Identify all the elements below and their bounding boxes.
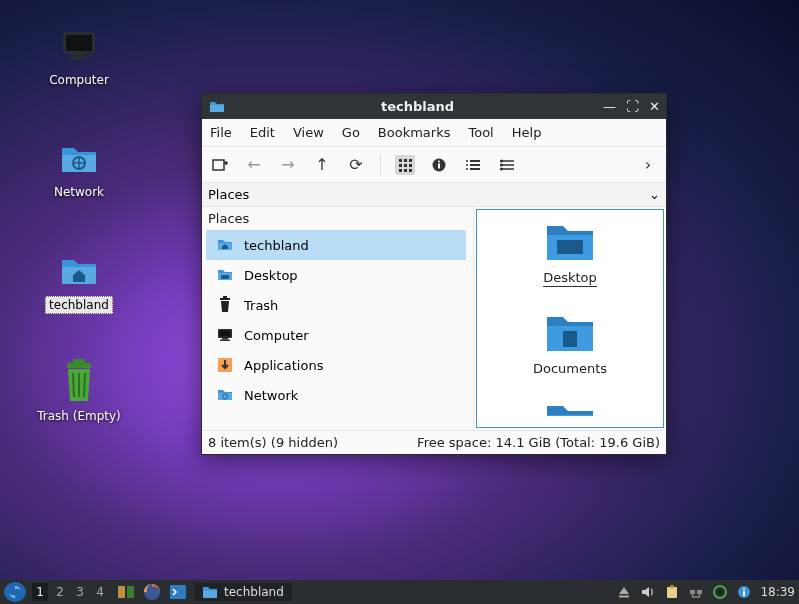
svg-point-72: [718, 590, 723, 595]
desktop-icon-computer[interactable]: Computer: [33, 26, 125, 88]
desktop-icon-label: Network: [51, 184, 107, 200]
svg-rect-53: [557, 240, 583, 254]
sidebar-item-trash[interactable]: Trash: [206, 290, 466, 320]
icon-view-button[interactable]: [395, 155, 415, 175]
svg-line-11: [84, 373, 85, 397]
svg-rect-17: [404, 159, 407, 162]
menu-help[interactable]: Help: [512, 125, 542, 140]
svg-point-26: [438, 160, 440, 162]
close-button[interactable]: ✕: [649, 99, 660, 114]
svg-rect-21: [409, 164, 412, 167]
compact-view-button[interactable]: [497, 155, 517, 175]
folder-icon: [208, 98, 226, 116]
new-tab-button[interactable]: [210, 155, 230, 175]
eject-icon[interactable]: [616, 584, 632, 600]
svg-point-74: [743, 588, 745, 590]
taskbar-task[interactable]: techbland: [194, 583, 292, 601]
svg-rect-65: [670, 585, 674, 588]
clock[interactable]: 18:39: [760, 585, 795, 599]
chevron-down-icon[interactable]: ⌄: [649, 187, 660, 202]
svg-rect-43: [220, 298, 230, 300]
svg-rect-56: [547, 415, 593, 416]
sidebar-item-desktop[interactable]: Desktop: [206, 260, 466, 290]
svg-rect-22: [399, 169, 402, 172]
svg-rect-48: [220, 340, 230, 342]
svg-rect-24: [409, 169, 412, 172]
sidebar-section-label: Places: [202, 207, 473, 230]
reload-button[interactable]: ⟳: [346, 155, 366, 175]
menu-edit[interactable]: Edit: [250, 125, 275, 140]
svg-rect-47: [222, 338, 228, 340]
folder-home-icon: [216, 236, 234, 254]
svg-rect-1: [66, 35, 92, 51]
titlebar[interactable]: techbland — ⛶ ✕: [202, 94, 666, 119]
svg-rect-18: [409, 159, 412, 162]
sidebar-item-computer[interactable]: Computer: [206, 320, 466, 350]
folder-item-documents[interactable]: Documents: [533, 311, 607, 376]
folder-item-desktop[interactable]: Desktop: [543, 220, 597, 287]
taskbar: 1 2 3 4 techbland 18:39: [0, 580, 799, 604]
clipboard-icon[interactable]: [664, 584, 680, 600]
network-tray-icon[interactable]: [688, 584, 704, 600]
up-button[interactable]: ↑: [312, 155, 332, 175]
volume-icon[interactable]: [640, 584, 656, 600]
sidebar-item-home[interactable]: techbland: [206, 230, 466, 260]
svg-line-9: [73, 373, 74, 397]
workspace-1[interactable]: 1: [32, 583, 48, 601]
menu-go[interactable]: Go: [342, 125, 360, 140]
list-view-button[interactable]: [463, 155, 483, 175]
sidebar-item-applications[interactable]: Applications: [206, 350, 466, 380]
info-button[interactable]: [429, 155, 449, 175]
svg-point-38: [500, 163, 503, 166]
trash-icon: [216, 296, 234, 314]
menu-bookmarks[interactable]: Bookmarks: [378, 125, 451, 140]
folder-icon: [543, 400, 597, 416]
svg-rect-59: [127, 586, 134, 598]
workspace-2[interactable]: 2: [52, 583, 68, 601]
menubar: File Edit View Go Bookmarks Tool Help: [202, 119, 666, 147]
menu-view[interactable]: View: [293, 125, 324, 140]
svg-rect-62: [203, 591, 217, 599]
svg-rect-46: [220, 331, 231, 337]
folder-item-partial[interactable]: [543, 400, 597, 416]
window-title: techbland: [232, 99, 603, 114]
info-tray-icon[interactable]: [736, 584, 752, 600]
minimize-button[interactable]: —: [603, 99, 616, 114]
power-icon[interactable]: [712, 584, 728, 600]
firefox-shortcut[interactable]: [142, 582, 162, 602]
svg-rect-23: [404, 169, 407, 172]
sidebar-item-network[interactable]: Network: [206, 380, 466, 410]
sidebar-item-label: Desktop: [244, 268, 298, 283]
statusbar: 8 item(s) (9 hidden) Free space: 14.1 Gi…: [202, 430, 666, 454]
back-button[interactable]: ←: [244, 155, 264, 175]
sidebar-item-label: Network: [244, 388, 298, 403]
svg-rect-27: [438, 163, 440, 168]
forward-button[interactable]: →: [278, 155, 298, 175]
svg-point-31: [466, 160, 468, 162]
folder-view[interactable]: Desktop Documents: [476, 209, 664, 428]
desktop-icon-label: Computer: [46, 72, 112, 88]
desktop-icon-home[interactable]: techbland: [33, 250, 125, 314]
svg-rect-63: [619, 596, 629, 598]
svg-rect-55: [563, 331, 577, 347]
svg-rect-66: [690, 590, 695, 594]
system-tray: [616, 584, 752, 600]
desktop-icon-network[interactable]: Network: [33, 138, 125, 200]
svg-rect-13: [213, 160, 224, 170]
files-shortcut[interactable]: [116, 582, 136, 602]
folder-desktop-icon: [543, 220, 597, 264]
workspace-3[interactable]: 3: [72, 583, 88, 601]
monitor-icon: [216, 326, 234, 344]
svg-rect-75: [743, 591, 745, 596]
maximize-button[interactable]: ⛶: [626, 99, 639, 114]
terminal-shortcut[interactable]: [168, 582, 188, 602]
workspace-4[interactable]: 4: [92, 583, 108, 601]
sidebar-item-label: Computer: [244, 328, 309, 343]
desktop-icon-trash[interactable]: Trash (Empty): [33, 362, 125, 424]
menu-tool[interactable]: Tool: [468, 125, 493, 140]
svg-rect-2: [73, 54, 85, 57]
start-button[interactable]: [4, 582, 26, 602]
menu-file[interactable]: File: [210, 125, 232, 140]
folder-icon: [202, 585, 218, 599]
chevron-right-icon[interactable]: ›: [638, 155, 658, 175]
